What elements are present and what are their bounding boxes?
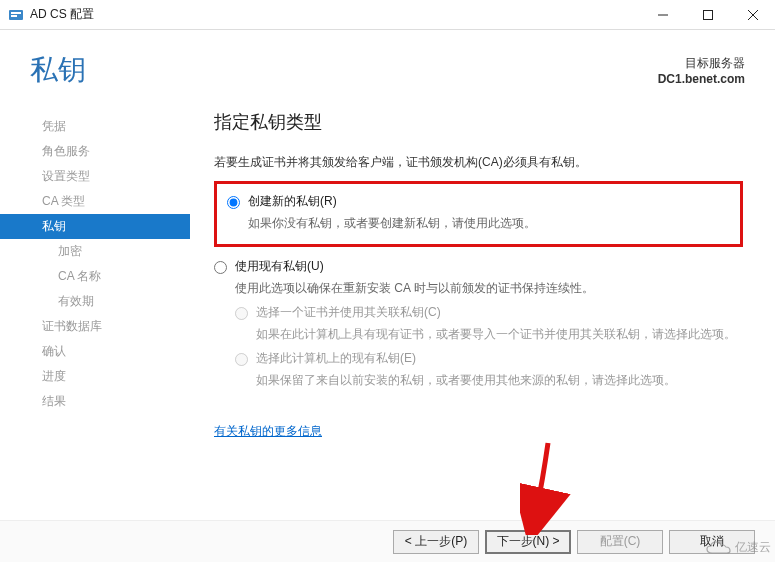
cloud-icon xyxy=(705,540,731,556)
sidebar-item-cryptography[interactable]: 加密 xyxy=(0,239,190,264)
watermark-text: 亿速云 xyxy=(735,539,771,556)
sidebar-item-ca-name[interactable]: CA 名称 xyxy=(0,264,190,289)
target-server-info: 目标服务器 DC1.benet.com xyxy=(658,55,745,86)
target-server-label: 目标服务器 xyxy=(658,55,745,72)
radio-select-cert-label: 选择一个证书并使用其关联私钥(C) xyxy=(256,304,441,321)
wizard-sidebar: 凭据 角色服务 设置类型 CA 类型 私钥 加密 CA 名称 有效期 证书数据库… xyxy=(0,110,190,520)
close-button[interactable] xyxy=(730,0,775,30)
radio-select-cert-input xyxy=(235,307,248,320)
sidebar-item-ca-type[interactable]: CA 类型 xyxy=(0,189,190,214)
sidebar-item-progress[interactable]: 进度 xyxy=(0,364,190,389)
radio-select-cert-desc: 如果在此计算机上具有现有证书，或者要导入一个证书并使用其关联私钥，请选择此选项。 xyxy=(256,324,743,347)
radio-use-existing-key-input[interactable] xyxy=(214,261,227,274)
maximize-button[interactable] xyxy=(685,0,730,30)
svg-rect-1 xyxy=(11,12,21,14)
window-title: AD CS 配置 xyxy=(30,6,640,23)
previous-button[interactable]: < 上一步(P) xyxy=(393,530,479,554)
radio-use-existing-key-desc: 使用此选项以确保在重新安装 CA 时与以前颁发的证书保持连续性。 xyxy=(235,278,743,301)
sidebar-item-private-key[interactable]: 私钥 xyxy=(0,214,190,239)
content-heading: 指定私钥类型 xyxy=(214,110,743,134)
watermark: 亿速云 xyxy=(705,539,771,556)
sidebar-item-setup-type[interactable]: 设置类型 xyxy=(0,164,190,189)
page-header: 私钥 目标服务器 DC1.benet.com xyxy=(0,30,775,110)
sidebar-item-confirmation[interactable]: 确认 xyxy=(0,339,190,364)
page-title: 私钥 xyxy=(30,51,86,89)
radio-create-new-key[interactable]: 创建新的私钥(R) xyxy=(227,190,730,213)
radio-use-existing-key-label: 使用现有私钥(U) xyxy=(235,258,324,275)
content-intro: 若要生成证书并将其颁发给客户端，证书颁发机构(CA)必须具有私钥。 xyxy=(214,154,743,171)
content-pane: 指定私钥类型 若要生成证书并将其颁发给客户端，证书颁发机构(CA)必须具有私钥。… xyxy=(190,110,775,520)
target-server-name: DC1.benet.com xyxy=(658,72,745,86)
sidebar-item-results[interactable]: 结果 xyxy=(0,389,190,414)
radio-create-new-key-input[interactable] xyxy=(227,196,240,209)
highlight-annotation: 创建新的私钥(R) 如果你没有私钥，或者要创建新私钥，请使用此选项。 xyxy=(214,181,743,247)
radio-select-existing-key: 选择此计算机上的现有私钥(E) xyxy=(235,347,743,370)
sidebar-item-credentials[interactable]: 凭据 xyxy=(0,114,190,139)
configure-button: 配置(C) xyxy=(577,530,663,554)
more-info-link[interactable]: 有关私钥的更多信息 xyxy=(214,423,322,440)
radio-select-existing-key-desc: 如果保留了来自以前安装的私钥，或者要使用其他来源的私钥，请选择此选项。 xyxy=(256,370,743,393)
next-button[interactable]: 下一步(N) > xyxy=(485,530,571,554)
svg-rect-4 xyxy=(703,10,712,19)
radio-select-existing-key-label: 选择此计算机上的现有私钥(E) xyxy=(256,350,416,367)
wizard-footer: < 上一步(P) 下一步(N) > 配置(C) 取消 xyxy=(0,520,775,562)
radio-use-existing-key[interactable]: 使用现有私钥(U) xyxy=(214,255,743,278)
server-config-icon xyxy=(8,7,24,23)
sidebar-item-validity[interactable]: 有效期 xyxy=(0,289,190,314)
radio-select-existing-key-input xyxy=(235,353,248,366)
minimize-button[interactable] xyxy=(640,0,685,30)
radio-select-cert: 选择一个证书并使用其关联私钥(C) xyxy=(235,301,743,324)
sidebar-item-role-services[interactable]: 角色服务 xyxy=(0,139,190,164)
radio-create-new-key-label: 创建新的私钥(R) xyxy=(248,193,337,210)
sidebar-item-cert-database[interactable]: 证书数据库 xyxy=(0,314,190,339)
title-bar: AD CS 配置 xyxy=(0,0,775,30)
radio-create-new-key-desc: 如果你没有私钥，或者要创建新私钥，请使用此选项。 xyxy=(248,213,730,236)
svg-rect-2 xyxy=(11,15,17,17)
